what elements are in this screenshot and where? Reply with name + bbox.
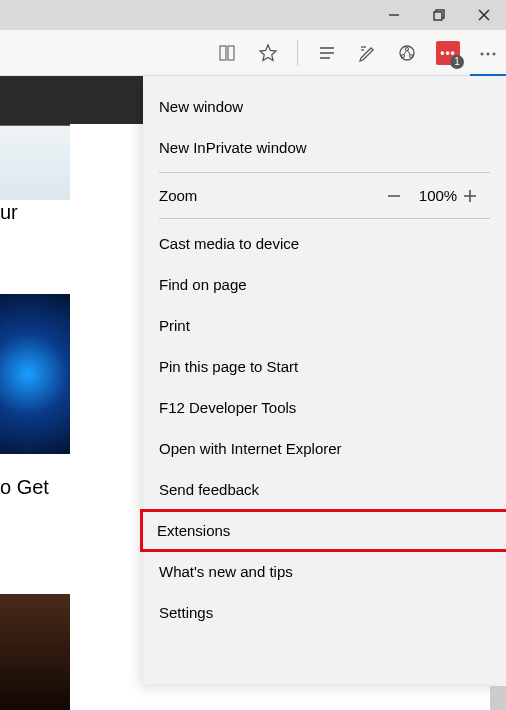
restore-button[interactable] (416, 0, 461, 30)
svg-marker-7 (260, 45, 276, 61)
zoom-value: 100% (414, 187, 462, 204)
menu-pin[interactable]: Pin this page to Start (143, 346, 506, 387)
minimize-button[interactable] (371, 0, 416, 30)
menu-print[interactable]: Print (143, 305, 506, 346)
more-menu-button[interactable]: ⋯ (478, 42, 500, 64)
window-titlebar (0, 0, 506, 30)
menu-new-inprivate[interactable]: New InPrivate window (143, 127, 506, 168)
page-content: ur o Get New window New InPrivate window… (0, 76, 506, 710)
svg-rect-5 (220, 46, 226, 60)
reading-list-icon[interactable] (217, 42, 239, 64)
extension-badge[interactable]: ••• 1 (436, 41, 460, 65)
plus-icon (462, 188, 478, 204)
menu-separator (159, 218, 490, 219)
zoom-label: Zoom (159, 187, 197, 204)
favorite-star-icon[interactable] (257, 42, 279, 64)
toolbar-divider (297, 40, 298, 66)
menu-cast[interactable]: Cast media to device (143, 223, 506, 264)
zoom-out-button[interactable] (386, 188, 414, 204)
zoom-in-button[interactable] (462, 188, 490, 204)
article-thumbnail[interactable] (0, 294, 70, 454)
svg-rect-6 (228, 46, 234, 60)
menu-devtools[interactable]: F12 Developer Tools (143, 387, 506, 428)
browser-toolbar: ••• 1 ⋯ (0, 30, 506, 76)
menu-whats-new[interactable]: What's new and tips (143, 551, 506, 592)
svg-line-18 (407, 50, 411, 55)
menu-extensions[interactable]: Extensions (141, 510, 506, 551)
menu-separator (159, 172, 490, 173)
menu-feedback[interactable]: Send feedback (143, 469, 506, 510)
menu-find[interactable]: Find on page (143, 264, 506, 305)
article-thumbnail[interactable] (0, 90, 70, 200)
menu-settings[interactable]: Settings (143, 592, 506, 633)
web-note-icon[interactable] (356, 42, 378, 64)
restore-icon (433, 9, 445, 21)
article-headline[interactable]: ur (0, 201, 18, 224)
menu-new-window[interactable]: New window (143, 86, 506, 127)
minimize-icon (388, 9, 400, 21)
article-headline[interactable]: o Get (0, 476, 49, 499)
extension-badge-count: 1 (450, 55, 464, 69)
scrollbar-thumb[interactable] (490, 686, 506, 710)
more-menu: New window New InPrivate window Zoom 100… (143, 76, 506, 684)
close-button[interactable] (461, 0, 506, 30)
share-icon[interactable] (396, 42, 418, 64)
more-menu-icon: ⋯ (479, 42, 499, 64)
article-thumbnail[interactable] (0, 594, 70, 710)
menu-open-ie[interactable]: Open with Internet Explorer (143, 428, 506, 469)
svg-line-17 (404, 50, 408, 55)
close-icon (478, 9, 490, 21)
minus-icon (386, 188, 402, 204)
svg-rect-2 (434, 12, 442, 20)
svg-point-13 (400, 46, 414, 60)
menu-zoom-row: Zoom 100% (143, 177, 506, 214)
hub-lines-icon[interactable] (316, 42, 338, 64)
